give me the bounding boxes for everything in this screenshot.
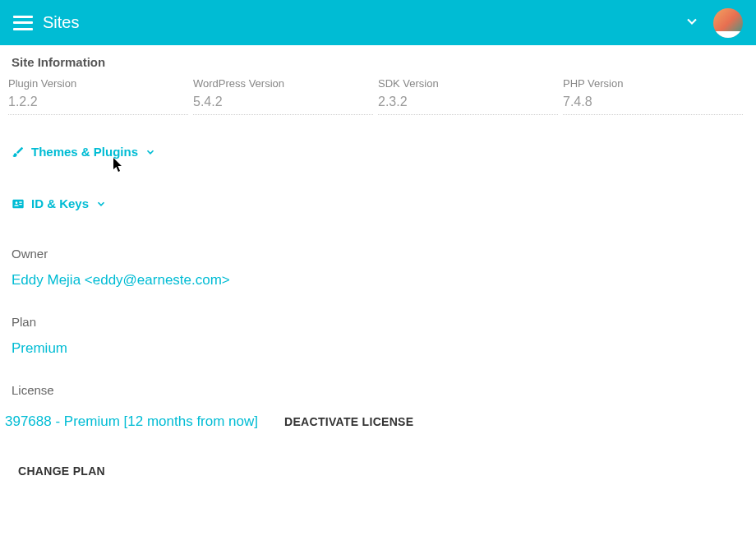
php-version-value[interactable]: 7.4.8	[563, 95, 743, 115]
main-content: Site Information Plugin Version 1.2.2 Wo…	[0, 45, 756, 491]
license-link[interactable]: 397688 - Premium [12 months from now]	[5, 413, 258, 430]
wp-version-value[interactable]: 5.4.2	[193, 95, 373, 115]
wp-version-label: WordPress Version	[193, 77, 378, 90]
themes-plugins-toggle[interactable]: Themes & Plugins	[0, 133, 756, 170]
license-row: 397688 - Premium [12 months from now] De…	[0, 404, 756, 451]
site-info-heading: Site Information	[0, 45, 756, 74]
plugin-version-cell: Plugin Version 1.2.2	[8, 74, 193, 118]
php-version-cell: PHP Version 7.4.8	[563, 74, 748, 118]
plan-label: Plan	[0, 305, 756, 335]
hamburger-menu-icon[interactable]	[13, 16, 33, 30]
deactivate-license-button[interactable]: Deactivate License	[271, 409, 426, 435]
chevron-down-icon	[95, 198, 107, 210]
change-plan-button[interactable]: Change Plan	[5, 458, 118, 484]
php-version-label: PHP Version	[563, 77, 748, 90]
app-header: Sites	[0, 0, 756, 45]
header-right	[684, 8, 743, 38]
plugin-version-label: Plugin Version	[8, 77, 193, 90]
site-info-grid: Plugin Version 1.2.2 WordPress Version 5…	[0, 74, 756, 118]
page-title: Sites	[43, 13, 79, 32]
plugin-version-value[interactable]: 1.2.2	[8, 95, 188, 115]
owner-link[interactable]: Eddy Mejia <eddy@earneste.com>	[0, 267, 756, 305]
chevron-down-icon	[145, 146, 156, 158]
chevron-down-icon	[684, 13, 700, 30]
sdk-version-cell: SDK Version 2.3.2	[378, 74, 563, 118]
license-label: License	[0, 373, 756, 404]
sdk-version-value[interactable]: 2.3.2	[378, 95, 558, 115]
change-plan-wrap: Change Plan	[0, 451, 756, 491]
brush-icon	[12, 145, 25, 159]
themes-plugins-label: Themes & Plugins	[31, 145, 138, 159]
id-keys-label: ID & Keys	[31, 196, 89, 210]
owner-label: Owner	[0, 237, 756, 267]
id-card-icon	[12, 197, 25, 210]
header-dropdown-toggle[interactable]	[684, 13, 700, 33]
plan-link[interactable]: Premium	[0, 335, 756, 373]
sdk-version-label: SDK Version	[378, 77, 563, 90]
user-avatar[interactable]	[713, 8, 743, 38]
header-left: Sites	[13, 13, 79, 32]
wp-version-cell: WordPress Version 5.4.2	[193, 74, 378, 118]
id-keys-toggle[interactable]: ID & Keys	[0, 185, 756, 222]
